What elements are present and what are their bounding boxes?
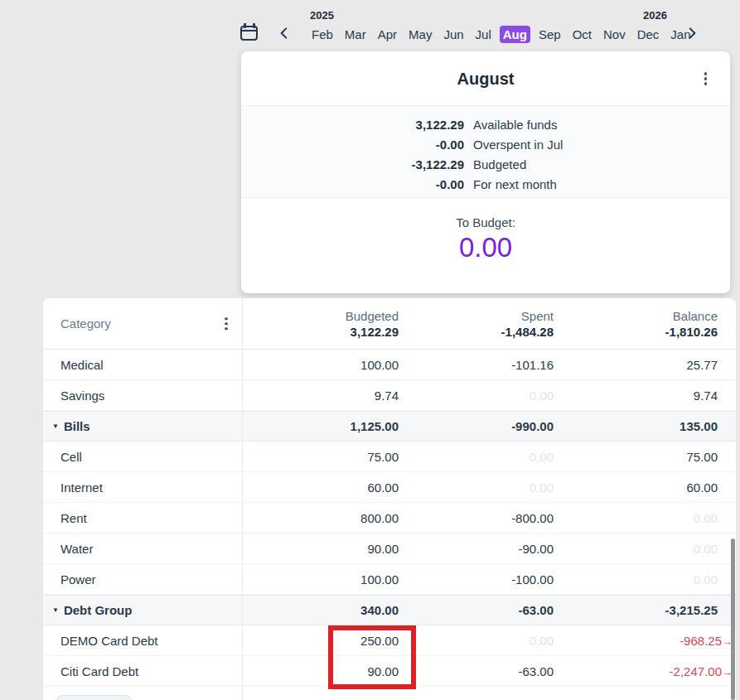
category-label: Water bbox=[60, 542, 93, 556]
category-row-savings: Savings9.740.009.74 bbox=[43, 380, 736, 411]
category-label: DEMO Card Debt bbox=[60, 634, 158, 648]
month-tab-feb[interactable]: Feb bbox=[308, 26, 336, 43]
balance-cell[interactable]: 0.00 bbox=[554, 542, 736, 556]
month-tab-aug[interactable]: Aug bbox=[500, 26, 530, 43]
spent-cell[interactable]: -63.00 bbox=[399, 603, 554, 617]
category-label: Citi Card Debt bbox=[60, 664, 138, 678]
kebab-menu-icon[interactable] bbox=[702, 70, 710, 88]
category-name[interactable]: ▼Bills bbox=[43, 419, 242, 433]
balance-cell[interactable]: 9.74 bbox=[554, 389, 736, 403]
month-tab-jan[interactable]: Jan bbox=[667, 26, 694, 43]
balance-cell[interactable]: 0.00 bbox=[554, 511, 736, 525]
category-label: Savings bbox=[60, 389, 104, 403]
summary-line: -0.00Overspent in Jul bbox=[241, 134, 730, 154]
category-label: Bills bbox=[64, 419, 90, 433]
budgeted-column-header[interactable]: Budgeted 3,122.29 bbox=[242, 308, 399, 340]
month-tab-nov[interactable]: Nov bbox=[600, 26, 629, 43]
budgeted-cell[interactable]: 100.00 bbox=[242, 572, 399, 587]
month-tab-sep[interactable]: Sep bbox=[535, 26, 564, 43]
balance-cell[interactable]: -968.25→ bbox=[554, 634, 736, 648]
balance-cell[interactable]: 0.00 bbox=[554, 572, 736, 587]
balance-cell[interactable]: 60.00 bbox=[554, 480, 736, 495]
spent-cell[interactable]: 0.00 bbox=[399, 389, 554, 403]
to-budget-section: To Budget: 0.00 bbox=[241, 198, 730, 263]
spent-cell[interactable]: -90.00 bbox=[399, 542, 554, 556]
spent-column-header[interactable]: Spent -1,484.28 bbox=[399, 308, 554, 340]
category-label: Medical bbox=[60, 358, 104, 372]
month-summary: 3,122.29Available funds-0.00Overspent in… bbox=[241, 105, 730, 198]
balance-cell[interactable]: -3,215.25 bbox=[554, 603, 736, 617]
summary-value: 3,122.29 bbox=[241, 118, 464, 132]
category-row-demo-card-debt: DEMO Card Debt250.000.00-968.25→ bbox=[43, 625, 736, 656]
month-tab-dec[interactable]: Dec bbox=[634, 26, 663, 43]
spent-cell[interactable]: -101.16 bbox=[399, 358, 554, 372]
spent-cell[interactable]: -63.00 bbox=[399, 664, 554, 678]
month-tab-may[interactable]: May bbox=[405, 26, 435, 43]
category-name[interactable]: Power bbox=[43, 572, 242, 587]
balance-column-header[interactable]: Balance -1,810.26 bbox=[554, 308, 736, 340]
month-tab-oct[interactable]: Oct bbox=[569, 26, 595, 43]
category-name[interactable]: Cell bbox=[43, 450, 242, 464]
category-label: Power bbox=[60, 572, 96, 587]
category-row-internet: Internet60.000.0060.00 bbox=[43, 472, 736, 503]
category-name[interactable]: ▼Debt Group bbox=[43, 603, 242, 617]
calendar-button[interactable] bbox=[240, 23, 259, 41]
category-row-power: Power100.00-100.000.00 bbox=[43, 564, 736, 595]
category-row-water: Water90.00-90.000.00 bbox=[43, 533, 736, 564]
month-tab-mar[interactable]: Mar bbox=[341, 26, 370, 43]
category-name[interactable]: Savings bbox=[43, 389, 242, 403]
vertical-scrollbar-thumb[interactable] bbox=[731, 538, 735, 700]
month-tab-apr[interactable]: Apr bbox=[375, 26, 400, 43]
category-row-cell: Cell75.000.0075.00 bbox=[43, 442, 736, 472]
group-row-bills: ▼Bills1,125.00-990.00135.00 bbox=[43, 411, 736, 442]
budgeted-cell[interactable]: 75.00 bbox=[242, 450, 399, 464]
balance-cell[interactable]: 25.77 bbox=[554, 358, 736, 372]
chevron-left-icon[interactable] bbox=[277, 26, 292, 41]
spent-cell[interactable]: -990.00 bbox=[399, 419, 554, 433]
year-label-left: 2025 bbox=[310, 9, 334, 22]
spent-cell[interactable]: -100.00 bbox=[399, 572, 554, 587]
category-row-citi-card-debt: Citi Card Debt90.00-63.00-2,247.00→ bbox=[43, 656, 736, 687]
add-group-button[interactable] bbox=[56, 695, 132, 700]
category-row-medical: Medical100.00-101.1625.77 bbox=[43, 350, 736, 380]
category-label: Rent bbox=[60, 511, 87, 525]
summary-label: For next month bbox=[473, 177, 557, 191]
budgeted-cell[interactable]: 250.00 bbox=[242, 634, 399, 648]
budgeted-cell[interactable]: 90.00 bbox=[242, 664, 399, 678]
category-name[interactable]: Water bbox=[43, 542, 242, 556]
category-label: Cell bbox=[60, 450, 82, 464]
category-name[interactable]: DEMO Card Debt bbox=[43, 634, 242, 648]
summary-value: -3,122.29 bbox=[241, 157, 464, 171]
table-body: Medical100.00-101.1625.77Savings9.740.00… bbox=[43, 350, 736, 687]
to-budget-value[interactable]: 0.00 bbox=[241, 232, 730, 263]
spent-cell[interactable]: -800.00 bbox=[399, 511, 554, 525]
summary-line: 3,122.29Available funds bbox=[241, 114, 730, 134]
budgeted-cell[interactable]: 90.00 bbox=[242, 542, 399, 556]
budgeted-cell[interactable]: 9.74 bbox=[242, 389, 399, 403]
category-label: Internet bbox=[60, 480, 103, 495]
collapse-triangle-icon[interactable]: ▼ bbox=[52, 606, 59, 614]
budgeted-cell[interactable]: 60.00 bbox=[242, 480, 399, 495]
category-name[interactable]: Medical bbox=[43, 358, 242, 372]
kebab-menu-icon[interactable] bbox=[222, 315, 230, 333]
balance-cell[interactable]: 75.00 bbox=[554, 450, 736, 464]
month-tab-jun[interactable]: Jun bbox=[440, 26, 467, 43]
category-name[interactable]: Rent bbox=[43, 511, 242, 525]
budgeted-cell[interactable]: 800.00 bbox=[242, 511, 399, 525]
budgeted-cell[interactable]: 340.00 bbox=[242, 603, 399, 617]
budgeted-cell[interactable]: 100.00 bbox=[242, 358, 399, 372]
balance-cell[interactable]: 135.00 bbox=[554, 419, 736, 433]
balance-cell[interactable]: -2,247.00→ bbox=[554, 664, 736, 678]
month-tab-jul[interactable]: Jul bbox=[472, 26, 495, 43]
month-summary-card: August 3,122.29Available funds-0.00Overs… bbox=[241, 51, 730, 293]
category-name[interactable]: Internet bbox=[43, 480, 242, 495]
spent-cell[interactable]: 0.00 bbox=[399, 480, 554, 495]
summary-line: -0.00For next month bbox=[241, 174, 730, 194]
spent-cell[interactable]: 0.00 bbox=[399, 450, 554, 464]
collapse-triangle-icon[interactable]: ▼ bbox=[52, 422, 59, 430]
table-header: Category Budgeted 3,122.29 Spent -1,484.… bbox=[43, 298, 736, 350]
category-name[interactable]: Citi Card Debt bbox=[43, 664, 242, 678]
budgeted-cell[interactable]: 1,125.00 bbox=[242, 419, 399, 433]
spent-cell[interactable]: 0.00 bbox=[399, 634, 554, 648]
column-divider bbox=[242, 298, 243, 700]
